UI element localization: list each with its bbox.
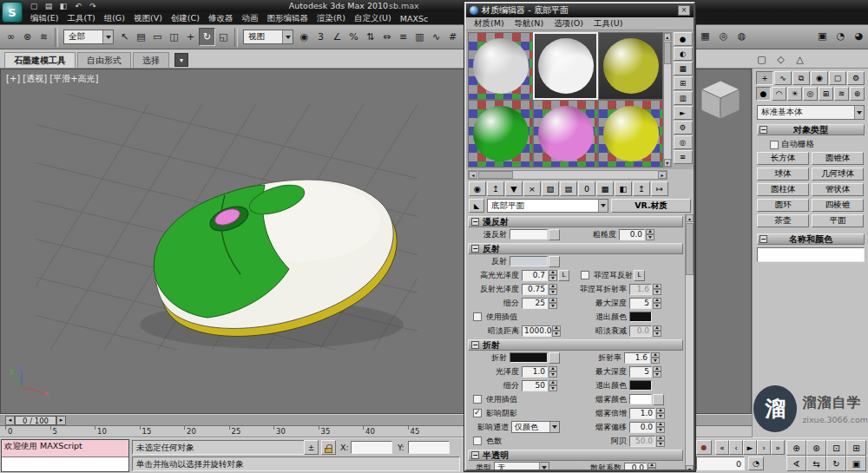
translucency-type-dropdown[interactable]: 无 (494, 462, 549, 471)
ribbon-minimize-icon[interactable]: ◇ (773, 52, 789, 67)
reflection-gloss-spinner[interactable] (549, 284, 557, 295)
selection-filter-dropdown[interactable]: 全部 (63, 30, 114, 44)
put-to-library-icon[interactable]: ▤ (560, 181, 577, 196)
go-to-parent-icon[interactable]: ↥ (633, 181, 650, 196)
reflection-map-button[interactable] (549, 256, 560, 267)
dim-distance-spinner[interactable] (552, 325, 561, 337)
pick-material-eyedropper-icon[interactable]: ◣ (469, 199, 484, 213)
put-to-scene-icon[interactable]: ↥ (487, 181, 504, 196)
assign-to-selection-icon[interactable]: ▼ (505, 181, 523, 196)
object-name-input[interactable] (757, 247, 865, 262)
activeshade-icon[interactable]: ◔ (832, 27, 849, 45)
dim-falloff-field[interactable]: 0.0 (629, 325, 652, 337)
ior-field[interactable]: 1.6 (624, 352, 650, 364)
refraction-use-interpolation-checkbox[interactable] (473, 395, 482, 404)
make-unique-icon[interactable]: ▧ (542, 181, 559, 196)
reflection-max-depth-spinner[interactable] (653, 298, 661, 309)
refraction-max-depth-spinner[interactable] (653, 366, 661, 378)
object-type-rollout-header[interactable]: − 对象类型 (757, 124, 865, 135)
menu-item[interactable]: 渲染(R) (312, 13, 350, 24)
use-pivot-center-icon[interactable]: ◉ (296, 28, 312, 46)
geometry-category-icon[interactable]: ● (756, 87, 771, 101)
fog-multiplier-field[interactable]: 1.0 (629, 408, 655, 419)
systems-category-icon[interactable]: ⊛ (850, 87, 865, 101)
next-frame-icon[interactable]: › (757, 440, 771, 455)
menu-item[interactable]: 工具(T) (62, 13, 99, 24)
object-type-button[interactable]: 圆环 (757, 199, 809, 212)
diffuse-map-button[interactable] (549, 229, 560, 240)
mirror-icon[interactable]: ⇔ (378, 28, 395, 46)
viewport-label[interactable]: [+] [透视] [平滑+高光] (6, 73, 99, 85)
zoom-all-icon[interactable]: ⊛ (806, 440, 826, 456)
scrollbar-thumb[interactable] (664, 42, 671, 64)
ribbon-tab[interactable]: 选择 (133, 52, 169, 68)
shapes-category-icon[interactable]: ◠ (772, 87, 786, 101)
selection-lock-toggle[interactable] (321, 440, 336, 455)
helpers-category-icon[interactable]: ⊞ (819, 87, 833, 101)
redo-icon[interactable]: ↷ (87, 1, 99, 11)
open-file-icon[interactable]: ▤ (43, 1, 55, 11)
sample-slot-6[interactable] (598, 100, 663, 168)
sample-slot-1[interactable] (468, 32, 533, 100)
hilight-gloss-lock-button[interactable]: L (558, 270, 569, 281)
hilight-gloss-spinner[interactable] (549, 270, 557, 281)
unlink-selection-icon[interactable]: ⊗ (19, 28, 36, 46)
diffuse-color-swatch[interactable] (510, 229, 548, 240)
select-and-move-icon[interactable]: + (182, 28, 199, 46)
sample-type-icon[interactable]: ● (674, 32, 693, 46)
sample-uv-tiling-icon[interactable]: ⊞ (674, 76, 693, 90)
space-warps-category-icon[interactable]: ≋ (834, 87, 849, 101)
display-tab-icon[interactable]: ▢ (829, 71, 846, 85)
reflection-max-depth-field[interactable]: 5 (629, 298, 652, 309)
cameras-category-icon[interactable]: ◎ (803, 87, 818, 101)
refraction-gloss-field[interactable]: 1.0 (522, 366, 548, 378)
go-to-start-icon[interactable]: « (715, 440, 729, 455)
sample-slot-4[interactable] (468, 100, 533, 168)
angle-snap-icon[interactable]: ∠ (329, 28, 345, 46)
affect-shadows-checkbox[interactable] (473, 409, 482, 417)
material-editor-menu-item[interactable]: 工具(U) (589, 18, 628, 30)
slots-horizontal-scrollbar[interactable]: ◂ ▸ (468, 170, 667, 180)
select-by-name-icon[interactable]: ▤ (133, 28, 149, 46)
object-type-button[interactable]: 四棱锥 (812, 199, 864, 212)
snap-toggle-icon[interactable]: 3 (312, 28, 329, 46)
spinner-snap-icon[interactable]: ⇅ (362, 28, 378, 46)
rendered-frame-window-icon[interactable]: ▦ (697, 27, 713, 45)
absolute-mode-toggle[interactable]: ± (304, 440, 319, 455)
collapse-icon[interactable]: − (760, 126, 767, 134)
fog-color-map-button[interactable] (653, 394, 664, 405)
scroll-down-icon[interactable]: ▾ (686, 465, 694, 471)
fresnel-ior-field[interactable]: 1.6 (629, 284, 652, 295)
new-scene-icon[interactable]: ▢ (28, 1, 40, 11)
reflection-rollout-header[interactable]: − 反射 (468, 243, 683, 254)
reference-coordinate-dropdown[interactable]: 视图 (243, 30, 293, 44)
menu-item[interactable]: 视图(V) (129, 13, 167, 24)
material-type-button[interactable]: VR.材质 (611, 199, 691, 213)
maxscript-mini-listener[interactable]: 欢迎使用 MAXScript (1, 439, 129, 472)
field-of-view-icon[interactable]: ∢ (786, 456, 806, 471)
reflection-color-swatch[interactable] (510, 256, 548, 266)
reset-map-icon[interactable]: × (523, 181, 541, 196)
refraction-max-depth-field[interactable]: 5 (629, 366, 652, 378)
refraction-gloss-spinner[interactable] (549, 366, 557, 378)
ribbon-config-icon[interactable]: ▢ (753, 52, 770, 67)
fog-multiplier-spinner[interactable] (656, 408, 665, 419)
menu-item[interactable]: 图形编辑器 (262, 13, 312, 24)
reflection-subdivs-field[interactable]: 25 (522, 298, 548, 309)
scatter-coeff-spinner[interactable] (648, 463, 656, 472)
material-editor-titlebar[interactable]: 材质编辑器 - 底部平面 × (466, 3, 694, 17)
y-coordinate-field[interactable] (408, 441, 450, 454)
reflection-use-interpolation-checkbox[interactable] (473, 312, 482, 321)
select-and-scale-icon[interactable]: ◱ (215, 28, 232, 46)
roughness-spinner[interactable] (646, 229, 654, 240)
select-by-material-icon[interactable]: ◎ (674, 135, 693, 149)
menu-item[interactable]: 创建(C) (167, 13, 204, 24)
rectangular-selection-icon[interactable]: ▭ (149, 28, 166, 46)
select-object-icon[interactable]: ↖ (116, 28, 133, 46)
object-type-button[interactable]: 管状体 (812, 183, 864, 196)
video-color-check-icon[interactable]: ▥ (674, 91, 693, 105)
roughness-field[interactable]: 0.0 (619, 229, 645, 240)
menu-item[interactable]: 编辑(E) (26, 13, 62, 24)
object-type-button[interactable]: 球体 (757, 168, 809, 181)
dispersion-checkbox[interactable] (473, 437, 482, 445)
